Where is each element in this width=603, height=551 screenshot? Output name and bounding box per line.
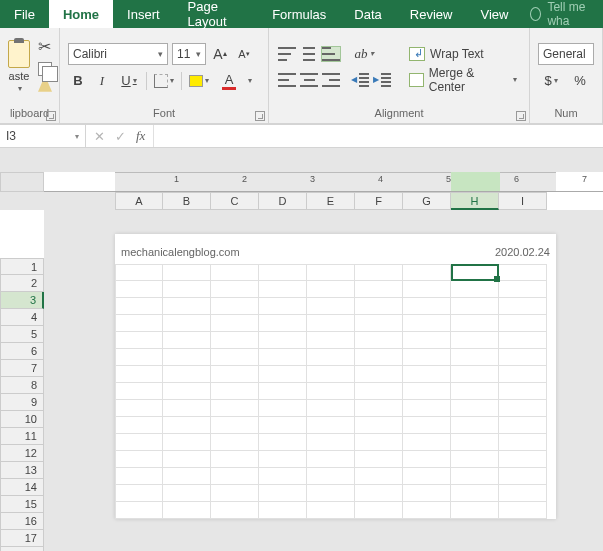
tab-review[interactable]: Review xyxy=(396,0,467,28)
ruler-tick: 6 xyxy=(514,174,519,184)
menu-tabs: File Home Insert Page Layout Formulas Da… xyxy=(0,0,603,28)
col-header-b[interactable]: B xyxy=(163,192,211,210)
align-left-button[interactable] xyxy=(277,70,297,90)
ruler-tick: 7 xyxy=(582,174,587,184)
name-box[interactable]: I3 ▾ xyxy=(0,125,86,147)
row-header[interactable]: 18 xyxy=(0,547,44,551)
align-center-button[interactable] xyxy=(299,70,319,90)
indent-in-icon xyxy=(375,73,391,87)
copy-icon[interactable] xyxy=(38,62,52,76)
tab-data[interactable]: Data xyxy=(340,0,395,28)
row-header[interactable]: 6 xyxy=(0,343,44,360)
enter-formula-button[interactable]: ✓ xyxy=(115,129,126,144)
tell-me-search[interactable]: Tell me wha xyxy=(522,0,603,28)
select-all-corner[interactable] xyxy=(0,172,44,192)
tab-view[interactable]: View xyxy=(466,0,522,28)
tab-page-layout[interactable]: Page Layout xyxy=(174,0,259,28)
paste-dropdown[interactable]: ▾ xyxy=(18,84,22,93)
number-format-value: General xyxy=(543,47,586,61)
decrease-font-button[interactable]: A▾ xyxy=(234,44,254,64)
row-header[interactable]: 5 xyxy=(0,326,44,343)
tab-formulas[interactable]: Formulas xyxy=(258,0,340,28)
cell-grid[interactable] xyxy=(115,264,556,519)
border-button[interactable]: ▾ xyxy=(151,71,177,91)
col-header-h[interactable]: H xyxy=(451,192,499,210)
row-headers: 1 2 3 4 5 6 7 8 9 10 11 12 13 14 15 16 1… xyxy=(0,210,44,551)
row-header[interactable]: 10 xyxy=(0,411,44,428)
row-header[interactable]: 4 xyxy=(0,309,44,326)
page-header-left[interactable]: mechanicalengblog.com xyxy=(121,246,495,258)
column-headers: A B C D E F G H I xyxy=(0,192,603,210)
font-color-bar xyxy=(222,87,236,90)
format-painter-icon[interactable] xyxy=(38,82,52,96)
row-header[interactable]: 9 xyxy=(0,394,44,411)
decrease-indent-button[interactable] xyxy=(351,70,371,90)
row-header[interactable]: 15 xyxy=(0,496,44,513)
paste-icon[interactable] xyxy=(8,40,30,68)
orientation-button[interactable]: ab▾ xyxy=(351,44,377,64)
currency-button[interactable]: $▾ xyxy=(538,71,564,91)
row-header[interactable]: 11 xyxy=(0,428,44,445)
cut-icon[interactable]: ✂ xyxy=(38,37,52,56)
align-bottom-button[interactable] xyxy=(321,44,341,64)
row-header[interactable]: 12 xyxy=(0,445,44,462)
row-header[interactable]: 3 xyxy=(0,292,44,309)
wrap-text-label: Wrap Text xyxy=(430,47,484,61)
formula-input[interactable] xyxy=(154,125,603,147)
align-right-button[interactable] xyxy=(321,70,341,90)
wrap-text-button[interactable]: Wrap Text xyxy=(405,43,521,65)
row-header[interactable]: 16 xyxy=(0,513,44,530)
fill-icon xyxy=(189,75,203,87)
col-header-c[interactable]: C xyxy=(211,192,259,210)
row-header[interactable]: 1 xyxy=(0,258,44,275)
col-header-d[interactable]: D xyxy=(259,192,307,210)
row-header[interactable]: 7 xyxy=(0,360,44,377)
align-middle-button[interactable] xyxy=(299,44,319,64)
tab-insert[interactable]: Insert xyxy=(113,0,174,28)
font-launcher[interactable] xyxy=(255,111,265,121)
col-header-f[interactable]: F xyxy=(355,192,403,210)
row-header[interactable]: 2 xyxy=(0,275,44,292)
col-header-e[interactable]: E xyxy=(307,192,355,210)
merge-icon xyxy=(409,73,424,87)
row-header[interactable]: 13 xyxy=(0,462,44,479)
insert-function-button[interactable]: fx xyxy=(136,128,145,144)
align-top-button[interactable] xyxy=(277,44,297,64)
cancel-formula-button[interactable]: ✕ xyxy=(94,129,105,144)
row-header[interactable]: 17 xyxy=(0,530,44,547)
page-header-right[interactable]: 2020.02.24 xyxy=(495,246,550,258)
col-header-g[interactable]: G xyxy=(403,192,451,210)
workspace: 1 2 3 4 5 6 7 A B C D E F G H I 1 2 3 4 … xyxy=(0,148,603,551)
col-header-a[interactable]: A xyxy=(115,192,163,210)
font-color-button[interactable]: A xyxy=(216,71,242,91)
underline-button[interactable]: U▾ xyxy=(116,71,142,91)
merge-label: Merge & Center xyxy=(429,66,506,94)
bulb-icon xyxy=(530,7,541,21)
percent-button[interactable]: % xyxy=(570,71,590,91)
alignment-launcher[interactable] xyxy=(516,111,526,121)
clipboard-launcher[interactable] xyxy=(46,111,56,121)
tab-file[interactable]: File xyxy=(0,0,49,28)
increase-font-button[interactable]: A▴ xyxy=(210,44,230,64)
active-cell[interactable] xyxy=(451,264,499,281)
row-header[interactable]: 14 xyxy=(0,479,44,496)
fill-color-button[interactable]: ▾ xyxy=(186,71,212,91)
merge-center-button[interactable]: Merge & Center ▾ xyxy=(405,69,521,91)
tab-home[interactable]: Home xyxy=(49,0,113,28)
number-group-label: Num xyxy=(530,105,602,123)
border-icon xyxy=(154,74,168,88)
increase-indent-button[interactable] xyxy=(373,70,393,90)
number-format-combo[interactable]: General xyxy=(538,43,594,65)
wrap-text-icon xyxy=(409,47,425,61)
ruler-tick: 1 xyxy=(174,174,179,184)
font-color-dropdown[interactable]: ▾ xyxy=(248,76,252,85)
col-header-i[interactable]: I xyxy=(499,192,547,210)
ruler-tick: 3 xyxy=(310,174,315,184)
page-paper: mechanicalengblog.com 2020.02.24 xyxy=(115,234,556,519)
bold-button[interactable]: B xyxy=(68,71,88,91)
row-header[interactable]: 8 xyxy=(0,377,44,394)
font-size-combo[interactable]: 11 ▾ xyxy=(172,43,206,65)
italic-button[interactable]: I xyxy=(92,71,112,91)
font-name-combo[interactable]: Calibri ▾ xyxy=(68,43,168,65)
paste-label: aste xyxy=(9,70,30,82)
